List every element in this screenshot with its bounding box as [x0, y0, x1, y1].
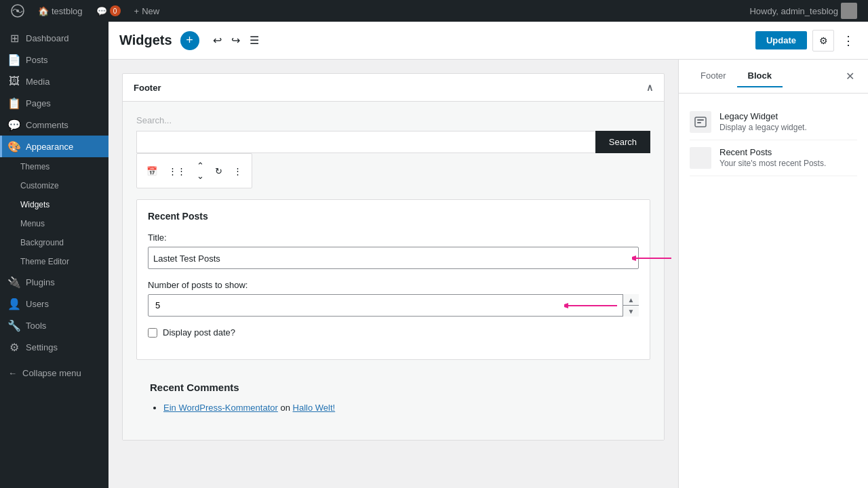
app-wrapper: ⊞ Dashboard 📄 Posts 🖼 Media 📋 Pages 💬 Co… [0, 22, 868, 488]
svg-rect-8 [697, 122, 701, 123]
media-icon: 🖼 [8, 75, 20, 87]
search-input-row: Search [136, 131, 650, 153]
sidebar-item-settings[interactable]: ⚙ Settings [0, 336, 108, 358]
sidebar-label-tools: Tools [26, 321, 46, 331]
sidebar-item-background[interactable]: Background [0, 233, 108, 252]
wordpress-icon [11, 4, 24, 18]
widget-editor: Footer ∧ Search... Search [108, 60, 678, 488]
comment-post-link[interactable]: Hallo Welt! [293, 403, 336, 413]
search-input[interactable] [136, 131, 595, 153]
settings-panel-button[interactable]: ⚙ [812, 30, 834, 52]
sidebar-item-comments[interactable]: 💬 Comments [0, 114, 108, 136]
sidebar-item-posts[interactable]: 📄 Posts [0, 49, 108, 70]
arrow-annotation-count [564, 300, 618, 311]
svg-rect-7 [697, 119, 704, 121]
sidebar-item-plugins[interactable]: 🔌 Plugins [0, 271, 108, 293]
admin-bar: 🏠 testblog 💬 0 + New Howdy, admin_tesblo… [0, 0, 868, 22]
tab-footer[interactable]: Footer [690, 65, 737, 87]
recent-posts-widget: Recent Posts Title: Lastet Test Posts [136, 199, 650, 360]
sidebar-label-pages: Pages [26, 98, 51, 108]
recent-comments-section: Recent Comments Ein WordPress-Kommentato… [136, 371, 650, 426]
wp-logo-item[interactable] [5, 0, 30, 22]
sidebar-item-widgets[interactable]: Widgets [0, 195, 108, 214]
list-view-button[interactable]: ☰ [247, 31, 262, 49]
howdy-item[interactable]: Howdy, admin_tesblog [744, 0, 863, 22]
sidebar-label-settings: Settings [26, 342, 58, 352]
add-block-button[interactable]: + [180, 31, 199, 50]
appearance-submenu: Themes Customize Widgets Menus Backgroun… [0, 157, 108, 271]
display-date-checkbox[interactable] [148, 328, 157, 338]
footer-area-title: Footer [134, 83, 161, 93]
recent-posts-panel-name: Recent Posts [719, 147, 826, 157]
search-button[interactable]: Search [595, 131, 650, 153]
tab-block[interactable]: Block [737, 65, 783, 87]
sidebar-label-comments: Comments [26, 120, 68, 130]
widget-move-btn[interactable]: ⌃⌄ [193, 158, 208, 184]
header-toolbar: ↩ ↪ ☰ [210, 31, 262, 49]
sidebar: ⊞ Dashboard 📄 Posts 🖼 Media 📋 Pages 💬 Co… [0, 22, 108, 488]
close-panel-button[interactable]: ✕ [843, 67, 857, 85]
decrement-button[interactable]: ▼ [623, 306, 639, 317]
update-button[interactable]: Update [755, 31, 807, 49]
recent-posts-panel-desc: Your site's most recent Posts. [719, 159, 826, 168]
legacy-widget-item[interactable]: Legacy Widget Display a legacy widget. [690, 104, 857, 140]
sidebar-label-media: Media [26, 77, 50, 87]
redo-button[interactable]: ↪ [229, 31, 243, 49]
widget-type-btn[interactable]: 📅 [142, 163, 161, 179]
comments-badge: 0 [110, 5, 121, 16]
increment-button[interactable]: ▲ [623, 294, 639, 306]
widget-transform-btn[interactable]: ↻ [211, 163, 226, 179]
howdy-text: Howdy, admin_tesblog [749, 6, 838, 16]
comment-author-link[interactable]: Ein WordPress-Kommentator [163, 403, 278, 413]
admin-new-item[interactable]: + New [129, 0, 165, 22]
recent-posts-panel-info: Recent Posts Your site's most recent Pos… [719, 147, 826, 168]
admin-comments-item[interactable]: 💬 0 [91, 0, 126, 22]
themes-label: Themes [20, 162, 50, 171]
customize-label: Customize [20, 181, 59, 190]
appearance-icon: 🎨 [8, 140, 20, 152]
collapse-area-icon[interactable]: ∧ [646, 82, 653, 93]
sidebar-item-media[interactable]: 🖼 Media [0, 70, 108, 92]
plus-icon: + [134, 6, 140, 16]
avatar [841, 3, 857, 19]
undo-button[interactable]: ↩ [210, 31, 224, 49]
right-panel: Footer Block ✕ [678, 60, 868, 488]
display-date-row: Display post date? [148, 327, 639, 338]
sidebar-item-dashboard[interactable]: ⊞ Dashboard [0, 27, 108, 49]
sidebar-item-appearance[interactable]: 🎨 Appearance [0, 136, 108, 157]
page-header: Widgets + ↩ ↪ ☰ Update ⚙ ⋮ [108, 22, 868, 60]
dashboard-icon: ⊞ [8, 32, 20, 44]
widget-more-btn[interactable]: ⋮ [229, 163, 246, 179]
arrow-annotation-title [632, 253, 673, 264]
title-field-group: Title: Lastet Test Posts [148, 232, 639, 269]
collapse-label: Collapse menu [22, 368, 81, 378]
main-content: Widgets + ↩ ↪ ☰ Update ⚙ ⋮ Footer ∧ [108, 22, 868, 488]
widget-area-header: Footer ∧ [123, 74, 664, 102]
recent-posts-panel-item[interactable]: Recent Posts Your site's most recent Pos… [690, 140, 857, 176]
comment-icon: 💬 [96, 6, 107, 16]
more-options-button[interactable]: ⋮ [840, 30, 857, 51]
sidebar-item-customize[interactable]: Customize [0, 176, 108, 195]
comment-on-text: on [280, 403, 290, 413]
number-input-wrapper: ▲ ▼ [148, 294, 639, 317]
page-title: Widgets [119, 33, 172, 48]
collapse-menu[interactable]: ← Collapse menu [0, 363, 108, 383]
sidebar-item-menus[interactable]: Menus [0, 214, 108, 233]
pages-icon: 📋 [8, 97, 20, 109]
svg-point-1 [16, 9, 19, 12]
sidebar-item-tools[interactable]: 🔧 Tools [0, 314, 108, 336]
title-field-label: Title: [148, 232, 639, 243]
title-input[interactable] [148, 247, 639, 269]
widget-drag-btn[interactable]: ⋮⋮ [164, 163, 190, 179]
sidebar-item-theme-editor[interactable]: Theme Editor [0, 252, 108, 271]
new-label: New [142, 6, 159, 16]
sidebar-item-users[interactable]: 👤 Users [0, 293, 108, 314]
settings-icon: ⚙ [8, 341, 20, 353]
sidebar-label-appearance: Appearance [26, 142, 73, 152]
sidebar-label-plugins: Plugins [26, 277, 55, 287]
display-date-group: Display post date? [148, 327, 639, 338]
sidebar-item-themes[interactable]: Themes [0, 157, 108, 176]
plugins-icon: 🔌 [8, 276, 20, 288]
admin-home-item[interactable]: 🏠 testblog [33, 0, 88, 22]
sidebar-item-pages[interactable]: 📋 Pages [0, 92, 108, 114]
